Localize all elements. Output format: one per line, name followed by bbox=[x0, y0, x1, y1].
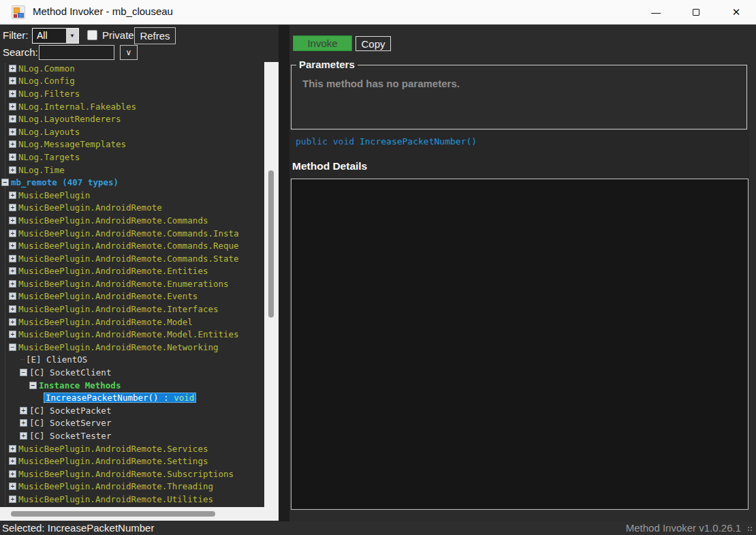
tree-item[interactable]: IncreasePacketNumber() : void bbox=[0, 391, 264, 404]
collapse-icon[interactable]: − bbox=[20, 369, 27, 376]
tree-item[interactable]: +NLog.Time bbox=[0, 164, 264, 177]
expand-icon[interactable]: + bbox=[9, 103, 16, 110]
search-label: Search: bbox=[3, 46, 38, 58]
tree-horizontal-scrollbar-thumb[interactable] bbox=[11, 511, 215, 517]
expand-icon[interactable]: + bbox=[9, 77, 16, 85]
expand-icon[interactable]: + bbox=[9, 128, 16, 136]
expand-icon[interactable]: + bbox=[9, 217, 16, 224]
tree-item[interactable]: +NLog.Common bbox=[0, 62, 264, 75]
tree-item[interactable]: +MusicBeePlugin.AndroidRemote.Interfaces bbox=[0, 303, 264, 316]
expand-icon[interactable]: + bbox=[9, 255, 16, 262]
parameters-groupbox-title: Parameters bbox=[296, 59, 358, 70]
private-checkbox[interactable] bbox=[87, 30, 97, 40]
signature-band: public void IncreasePacketNumber() Metho… bbox=[289, 130, 749, 179]
tree-item[interactable]: +MusicBeePlugin.AndroidRemote.Enumeratio… bbox=[0, 277, 264, 290]
minimize-button[interactable]: — bbox=[640, 0, 672, 25]
tree-item[interactable]: +MusicBeePlugin.AndroidRemote bbox=[0, 202, 264, 215]
tree-item[interactable]: +[C] SocketPacket bbox=[0, 404, 264, 417]
expand-icon[interactable]: + bbox=[9, 305, 16, 313]
tree-item[interactable]: +NLog.Layouts bbox=[0, 125, 264, 138]
tree-item[interactable]: +MusicBeePlugin.AndroidRemote.Subscripti… bbox=[0, 468, 264, 480]
expand-icon[interactable]: + bbox=[20, 407, 27, 414]
minimize-icon: — bbox=[651, 7, 661, 18]
expand-icon[interactable]: + bbox=[9, 192, 16, 199]
search-input[interactable] bbox=[39, 45, 114, 60]
tree-item[interactable]: +MusicBeePlugin.AndroidRemote.Commands.S… bbox=[0, 252, 264, 265]
tree-item-label: NLog.Common bbox=[18, 63, 75, 74]
tree-item[interactable]: +MusicBeePlugin.AndroidRemote.Entities bbox=[0, 265, 264, 278]
collapse-icon[interactable]: − bbox=[1, 179, 9, 186]
expand-icon[interactable]: + bbox=[9, 470, 16, 478]
expand-icon[interactable]: + bbox=[9, 153, 16, 161]
expand-icon[interactable]: + bbox=[9, 242, 16, 249]
right-panel: Invoke Copy Parameters This method has n… bbox=[289, 25, 756, 521]
close-button[interactable]: ✕ bbox=[721, 0, 752, 25]
tree-item-label: MusicBeePlugin.AndroidRemote.Commands.St… bbox=[18, 254, 239, 264]
tree-vertical-scrollbar[interactable] bbox=[264, 62, 279, 507]
resize-grip-icon[interactable] bbox=[748, 527, 753, 532]
tree-item[interactable]: +MusicBeePlugin.AndroidRemote.Settings bbox=[0, 455, 264, 468]
filter-dropdown-value: All bbox=[37, 30, 48, 41]
tree-item-label: [C] SocketTester bbox=[29, 431, 111, 441]
expand-icon[interactable]: + bbox=[9, 65, 16, 72]
tree-item[interactable]: −Instance Methods bbox=[0, 379, 264, 392]
expand-icon[interactable]: + bbox=[9, 495, 16, 503]
chevron-down-icon: ▼ bbox=[69, 33, 75, 39]
collapse-icon[interactable]: − bbox=[29, 382, 37, 389]
tree-item-label: MusicBeePlugin.AndroidRemote.Model.Entit… bbox=[18, 329, 239, 339]
expand-icon[interactable]: + bbox=[9, 166, 16, 174]
invoke-button[interactable]: Invoke bbox=[293, 35, 352, 51]
expand-icon[interactable]: + bbox=[9, 280, 16, 288]
maximize-button[interactable] bbox=[680, 0, 712, 25]
tree-horizontal-scrollbar[interactable] bbox=[0, 507, 279, 521]
expand-icon[interactable]: + bbox=[20, 432, 27, 440]
tree-item[interactable]: +NLog.Internal.Fakeables bbox=[0, 100, 264, 113]
tree-item[interactable]: +MusicBeePlugin.AndroidRemote.Model.Enti… bbox=[0, 328, 264, 341]
tree-item[interactable]: −[C] SocketClient bbox=[0, 366, 264, 379]
tree-item[interactable]: +MusicBeePlugin.AndroidRemote.Commands.R… bbox=[0, 239, 264, 252]
copy-button[interactable]: Copy bbox=[356, 36, 391, 51]
expand-icon[interactable]: + bbox=[9, 204, 16, 211]
expand-icon[interactable]: + bbox=[9, 318, 16, 326]
tree-item[interactable]: +MusicBeePlugin.AndroidRemote.Events bbox=[0, 290, 264, 303]
tree-item[interactable]: −MusicBeePlugin.AndroidRemote.Networking bbox=[0, 341, 264, 354]
tree-item[interactable]: +MusicBeePlugin.AndroidRemote.Utilities bbox=[0, 493, 264, 506]
tree-item[interactable]: [E] ClientOS bbox=[0, 354, 264, 367]
expand-icon[interactable]: + bbox=[9, 115, 16, 123]
tree-item[interactable]: +NLog.Filters bbox=[0, 87, 264, 100]
expand-icon[interactable]: + bbox=[9, 90, 16, 97]
tree-item[interactable]: +NLog.Config bbox=[0, 75, 264, 88]
expand-icon[interactable]: + bbox=[9, 230, 16, 237]
expand-icon[interactable]: + bbox=[9, 267, 16, 275]
collapse-icon[interactable]: − bbox=[9, 343, 16, 351]
tree-item[interactable]: +MusicBeePlugin.AndroidRemote.Threading bbox=[0, 480, 264, 493]
refresh-button[interactable]: Refres bbox=[134, 27, 176, 44]
tree-item[interactable]: +MusicBeePlugin.AndroidRemote.Commands bbox=[0, 214, 264, 227]
tree-item[interactable]: +NLog.LayoutRenderers bbox=[0, 112, 264, 125]
expand-icon[interactable]: + bbox=[9, 140, 16, 148]
app-icon bbox=[12, 5, 25, 19]
expand-icon[interactable]: + bbox=[9, 457, 16, 465]
tree-item[interactable]: +MusicBeePlugin.AndroidRemote.Model bbox=[0, 316, 264, 328]
tree-item[interactable]: +NLog.MessageTemplates bbox=[0, 138, 264, 151]
expand-icon[interactable]: + bbox=[9, 483, 16, 490]
tree-item-label: NLog.Config bbox=[18, 76, 75, 86]
tree-item[interactable]: +MusicBeePlugin.AndroidRemote.Commands.I… bbox=[0, 227, 264, 240]
tree-vertical-scrollbar-thumb[interactable] bbox=[268, 170, 274, 318]
expand-icon[interactable]: + bbox=[9, 331, 16, 338]
tree-item[interactable]: +[C] SocketTester bbox=[0, 429, 264, 442]
chevron-down-icon: ∨ bbox=[126, 48, 132, 57]
filter-dropdown[interactable]: All ▼ bbox=[32, 28, 79, 44]
tree-item[interactable]: +[C] SocketServer bbox=[0, 417, 264, 430]
expand-icon[interactable]: + bbox=[9, 445, 16, 453]
tree-item[interactable]: −mb_remote (407 types) bbox=[0, 176, 264, 189]
tree-item[interactable]: +MusicBeePlugin bbox=[0, 189, 264, 202]
tree-item[interactable]: +MusicBeePlugin.AndroidRemote.Services bbox=[0, 442, 264, 455]
expand-icon[interactable]: + bbox=[20, 419, 27, 427]
tree-item[interactable]: +NLog.Targets bbox=[0, 151, 264, 164]
filter-dropdown-button[interactable]: ▼ bbox=[66, 29, 78, 43]
status-version-text: Method Invoker v1.0.26.1 bbox=[626, 522, 741, 534]
expand-icon[interactable]: + bbox=[9, 292, 16, 300]
tree-item-label: NLog.MessageTemplates bbox=[18, 139, 126, 149]
search-dropdown-button[interactable]: ∨ bbox=[120, 45, 138, 60]
